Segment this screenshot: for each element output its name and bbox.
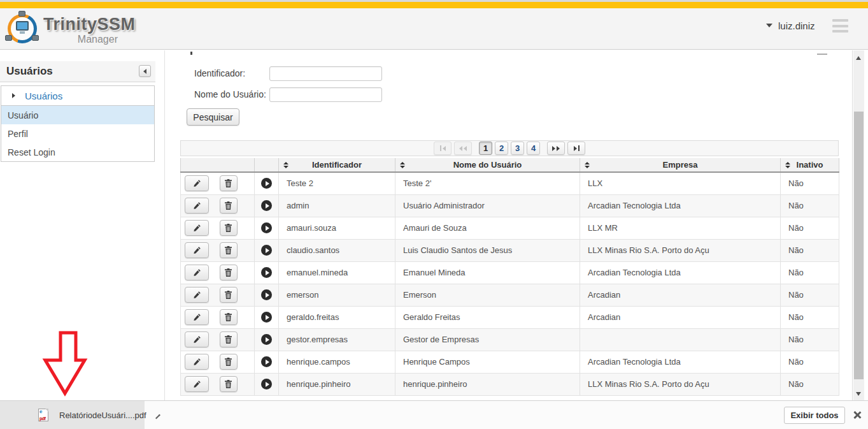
delete-button[interactable] <box>220 220 238 236</box>
hamburger-menu-icon[interactable] <box>832 19 848 33</box>
expand-row-icon[interactable] <box>261 245 272 256</box>
delete-button[interactable] <box>220 376 238 392</box>
row-expand-cell <box>255 239 279 261</box>
cell-identificador: emerson <box>279 284 395 306</box>
edit-button[interactable] <box>185 198 209 214</box>
sort-icon[interactable] <box>400 162 405 168</box>
paginator: 1234 <box>180 140 839 156</box>
cell-empresa: Arcadian Tecnologia Ltda <box>580 261 781 284</box>
edit-button[interactable] <box>185 242 209 258</box>
sidebar-accordion-usuarios[interactable]: Usuários <box>1 86 154 106</box>
pencil-icon <box>193 268 201 277</box>
sidebar-collapse-button[interactable] <box>139 65 151 77</box>
row-actions-cell <box>181 217 255 239</box>
expand-row-icon[interactable] <box>261 356 272 367</box>
table-header-row: Identificador Nome do Usuário Empresa In… <box>181 158 839 172</box>
delete-button[interactable] <box>220 265 238 280</box>
delete-button[interactable] <box>220 331 238 347</box>
expand-row-icon[interactable] <box>261 312 272 323</box>
user-menu[interactable]: luiz.diniz <box>766 19 815 32</box>
expand-row-icon[interactable] <box>261 334 272 345</box>
sort-icon[interactable] <box>283 162 288 168</box>
close-download-bar-icon[interactable] <box>852 410 862 420</box>
chevron-up-icon[interactable] <box>155 414 160 419</box>
expand-row-icon[interactable] <box>261 289 272 300</box>
expand-row-icon[interactable] <box>261 200 272 211</box>
sidebar-panel: Usuários UsuárioPerfilReset Login <box>1 85 155 162</box>
identificador-field[interactable] <box>269 66 382 81</box>
page-button-3[interactable]: 3 <box>511 142 524 155</box>
col-header-empresa[interactable]: Empresa <box>580 158 781 172</box>
logo-node-icon <box>18 11 25 17</box>
edit-button[interactable] <box>185 309 209 325</box>
row-expand-cell <box>255 351 279 373</box>
col-header-identificador[interactable]: Identificador <box>279 158 395 172</box>
pencil-icon <box>193 358 201 366</box>
trash-icon <box>225 335 232 344</box>
col-header-inativo[interactable]: Inativo <box>781 158 839 172</box>
expand-row-icon[interactable] <box>261 379 272 389</box>
scrollbar-down-icon[interactable] <box>856 392 861 396</box>
sidebar-item-usuário[interactable]: Usuário <box>1 106 154 124</box>
row-actions-cell <box>181 261 255 284</box>
nome-usuario-field[interactable] <box>269 87 382 102</box>
cell-empresa <box>580 328 781 351</box>
previous-page-button[interactable] <box>454 142 472 155</box>
edit-button[interactable] <box>185 220 209 236</box>
row-expand-cell <box>255 172 279 194</box>
expand-row-icon[interactable] <box>261 267 272 278</box>
page-button-4[interactable]: 4 <box>527 142 540 155</box>
brand-subtitle: Manager <box>43 34 118 45</box>
delete-button[interactable] <box>220 287 238 303</box>
actions-column-header <box>181 158 255 172</box>
edit-button[interactable] <box>185 287 209 303</box>
table-row: amauri.souza Amauri de Souza LLX MR Não <box>181 217 839 239</box>
row-expand-cell <box>255 306 279 328</box>
pesquisar-button[interactable]: Pesquisar <box>187 108 239 126</box>
row-actions-cell <box>181 284 255 306</box>
next-page-button[interactable] <box>547 142 565 155</box>
delete-button[interactable] <box>220 242 238 258</box>
edit-button[interactable] <box>185 331 209 347</box>
cell-identificador: emanuel.mineda <box>279 261 395 284</box>
trash-icon <box>225 246 232 254</box>
scrollbar-thumb[interactable] <box>854 112 864 379</box>
brand-title: TrinitySSM <box>43 15 136 34</box>
nome-usuario-label: Nome do Usuário: <box>194 89 266 99</box>
delete-button[interactable] <box>220 175 238 191</box>
user-name: luiz.diniz <box>778 20 815 31</box>
sidebar-item-reset-login[interactable]: Reset Login <box>1 143 154 161</box>
delete-button[interactable] <box>220 354 238 370</box>
page-button-1[interactable]: 1 <box>479 142 492 155</box>
edit-button[interactable] <box>185 265 209 280</box>
vertical-scrollbar[interactable] <box>853 50 864 400</box>
edit-button[interactable] <box>185 175 209 191</box>
download-item[interactable]: epdf RelatóriodeUsuári....pdf <box>0 401 145 429</box>
sidebar-item-perfil[interactable]: Perfil <box>1 124 154 143</box>
sort-icon[interactable] <box>585 162 590 168</box>
cell-inativo: Não <box>781 239 839 261</box>
delete-button[interactable] <box>220 198 238 214</box>
cell-nome-usuario: Amauri de Souza <box>395 217 580 239</box>
edit-button[interactable] <box>185 354 209 370</box>
cell-nome-usuario: Teste 2' <box>395 172 580 194</box>
last-page-button[interactable] <box>567 142 585 155</box>
page-button-2[interactable]: 2 <box>495 142 508 155</box>
row-expand-cell <box>255 373 279 395</box>
user-table-body: Teste 2 Teste 2' LLX Não <box>181 172 839 395</box>
expand-row-icon[interactable] <box>261 222 272 233</box>
cell-empresa: Arcadian <box>580 284 781 306</box>
scrollbar-up-icon[interactable] <box>856 56 861 60</box>
first-page-button[interactable] <box>434 142 452 155</box>
expand-row-icon[interactable] <box>261 178 272 189</box>
show-all-downloads-button[interactable]: Exibir todos <box>784 407 845 424</box>
accordion-label: Usuários <box>25 91 62 101</box>
caret-down-icon <box>766 24 772 27</box>
col-header-nome[interactable]: Nome do Usuário <box>395 158 580 172</box>
trash-icon <box>225 380 232 388</box>
delete-button[interactable] <box>220 309 238 325</box>
users-table: Identificador Nome do Usuário Empresa In… <box>180 158 839 396</box>
sort-icon[interactable] <box>785 162 790 168</box>
edit-button[interactable] <box>185 376 209 392</box>
panel-minimize-icon[interactable] <box>817 54 827 55</box>
